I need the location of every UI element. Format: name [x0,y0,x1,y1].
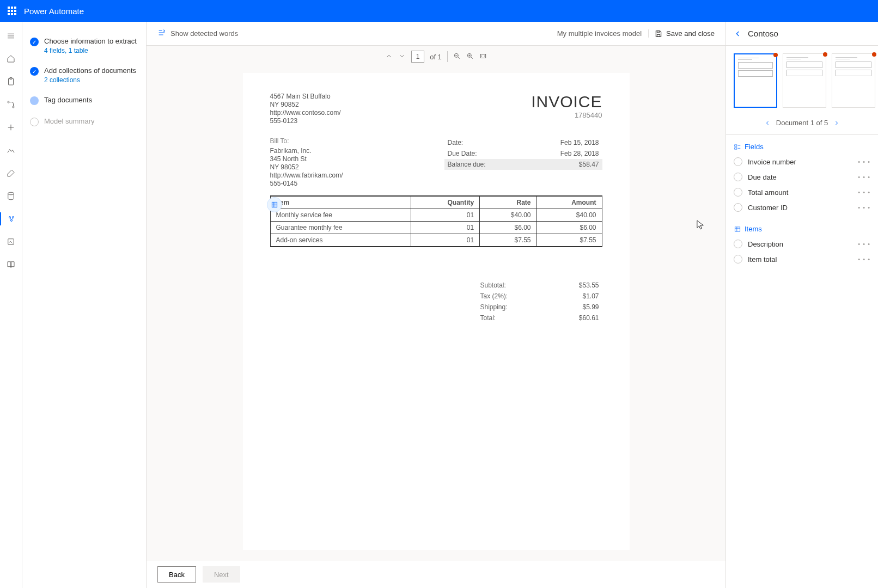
step-label: Model summary [44,117,94,126]
more-icon[interactable]: • • • [858,241,870,247]
step-model-summary[interactable]: Model summary [30,117,138,126]
brush-icon[interactable] [4,167,17,180]
field-total-amount[interactable]: Total amount• • • [734,185,870,200]
step-tag-documents[interactable]: Tag documents [30,96,138,105]
save-and-close-button[interactable]: Save and close [654,29,715,38]
sender-address: 4567 Main St BuffaloNY 90852http://www.c… [270,93,341,125]
save-icon [654,29,663,38]
fields-section-header: Fields [734,143,870,151]
model-name: My multiple invoices model [557,29,649,38]
back-arrow-icon[interactable] [734,29,742,38]
thumbnail-strip [726,46,878,115]
document-canvas[interactable]: 4567 Main St BuffaloNY 90852http://www.c… [147,68,725,561]
doc-thumbnail[interactable] [734,53,777,108]
solution-icon[interactable] [4,235,17,248]
step-sublabel: 2 collections [44,76,136,84]
zoom-out-button[interactable] [453,52,461,62]
status-circle-icon [734,188,742,197]
check-icon [30,67,39,76]
next-button[interactable]: Next [203,566,240,583]
top-bar: Power Automate [0,0,878,22]
more-icon[interactable]: • • • [858,256,870,262]
table-row: Add-on services01$7.55$7.55 [270,234,602,247]
status-circle-icon [734,157,742,166]
chevron-left-icon[interactable] [764,120,771,126]
flow-icon[interactable] [4,98,17,111]
app-title: Power Automate [24,7,84,16]
doc-thumbnail[interactable] [832,53,875,108]
more-icon[interactable]: • • • [858,174,870,180]
step-label: Choose information to extract [44,37,137,46]
field-description[interactable]: Description• • • [734,236,870,252]
invoice-meta: Date:Feb 15, 2018 Due Date:Feb 28, 2018 … [444,137,602,188]
wizard-footer: Back Next [147,561,725,588]
svg-point-4 [8,192,14,195]
field-due-date[interactable]: Due date• • • [734,169,870,185]
command-bar: Show detected words My multiple invoices… [147,22,725,46]
doc-thumbnail[interactable] [783,53,826,108]
clipboard-icon[interactable] [4,75,17,88]
step-label: Add collections of documents [44,66,136,75]
line-items-table: ItemQuantityRateAmount Monthly service f… [270,195,602,247]
data-icon[interactable] [4,144,17,157]
table-handle-icon[interactable] [267,197,282,212]
more-icon[interactable]: • • • [858,158,870,165]
more-icon[interactable]: • • • [858,204,870,211]
totals-block: Subtotal:$53.55 Tax (2%):$1.07 Shipping:… [477,280,602,323]
page-toolbar: 1 of 1 [147,46,725,68]
learn-icon[interactable] [4,258,17,271]
svg-rect-16 [735,148,737,149]
field-item-total[interactable]: Item total• • • [734,252,870,267]
svg-rect-10 [657,34,660,36]
svg-point-5 [9,217,11,218]
status-circle-icon [734,255,742,264]
svg-point-2 [8,101,9,103]
zoom-in-button[interactable] [466,52,474,62]
status-circle-icon [734,203,742,212]
field-customer-id[interactable]: Customer ID• • • [734,200,870,215]
hamburger-icon[interactable] [4,29,17,42]
right-panel: Contoso Document 1 of 5 Fields Invoice n… [725,22,878,588]
bill-to-block: Bill To: Fabrikam, Inc.345 North StNY 98… [270,137,343,188]
svg-point-7 [11,220,13,222]
back-button[interactable]: Back [157,566,196,583]
page-down-button[interactable] [398,52,406,62]
chevron-right-icon[interactable] [833,120,840,126]
document-preview: 4567 Main St BuffaloNY 90852http://www.c… [243,73,630,550]
invoice-number: 1785440 [531,111,602,119]
check-icon [30,38,39,46]
table-row: Monthly service fee01$40.00$40.00 [270,209,602,222]
field-invoice-number[interactable]: Invoice number• • • [734,154,870,169]
doc-position: Document 1 of 5 [776,119,828,127]
page-total: of 1 [430,53,442,61]
show-detected-words-button[interactable]: Show detected words [157,28,238,39]
step-label: Tag documents [44,96,92,105]
status-circle-icon [734,173,742,181]
home-icon[interactable] [4,52,17,65]
more-icon[interactable]: • • • [858,189,870,195]
table-row: Guarantee monthly fee01$6.00$6.00 [270,222,602,234]
todo-step-icon [30,118,39,126]
status-circle-icon [734,240,742,248]
svg-rect-15 [735,144,737,146]
step-sublabel: 4 fields, 1 table [44,47,137,54]
page-up-button[interactable] [385,52,393,62]
collection-title: Contoso [748,29,778,38]
left-icon-rail [0,22,22,588]
plus-icon[interactable] [4,121,17,134]
svg-point-3 [13,106,14,108]
svg-rect-14 [272,202,277,207]
ai-builder-icon[interactable] [0,212,22,225]
step-add-collections[interactable]: Add collections of documents 2 collectio… [30,66,138,84]
invoice-title: INVOICE [531,93,602,111]
cursor-icon [697,220,704,231]
db-icon[interactable] [4,189,17,203]
text-select-icon [157,28,166,39]
page-number-input[interactable]: 1 [411,51,424,63]
fit-button[interactable] [479,52,487,62]
current-step-icon [30,96,39,105]
step-choose-info[interactable]: Choose information to extract 4 fields, … [30,37,138,54]
waffle-icon[interactable] [8,7,16,15]
svg-rect-17 [735,226,740,231]
step-panel: Choose information to extract 4 fields, … [22,22,147,588]
